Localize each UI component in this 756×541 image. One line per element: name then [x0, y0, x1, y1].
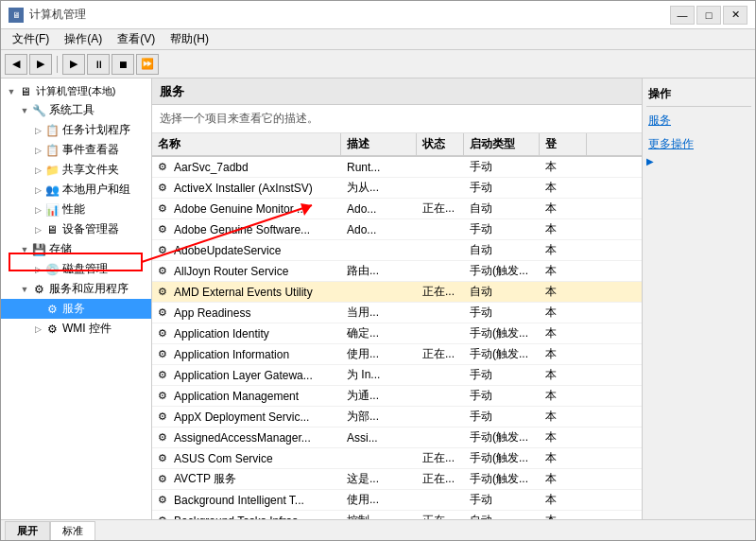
perf-icon: 📊: [44, 203, 60, 217]
sidebar-item-performance[interactable]: ▷ 📊 性能: [1, 200, 151, 219]
toolbar-play[interactable]: ▶: [62, 54, 85, 75]
service-desc: 使用...: [341, 490, 417, 510]
tab-expand[interactable]: 展开: [5, 521, 50, 540]
expand-icon: ▷: [31, 183, 44, 197]
toolbar-forward[interactable]: ▶: [29, 54, 52, 75]
toolbar-pause[interactable]: ⏸: [87, 54, 110, 75]
minimize-button[interactable]: —: [670, 6, 695, 25]
sidebar-item-computer[interactable]: ▼ 🖥 计算机管理(本地): [1, 82, 151, 100]
sidebar-label: 服务: [62, 301, 85, 317]
service-status: [417, 436, 464, 440]
toolbar-stop[interactable]: ⏹: [112, 54, 134, 75]
sidebar-item-storage[interactable]: ▼ 💾 存储: [1, 239, 151, 259]
service-status: [417, 228, 464, 232]
col-header-name[interactable]: 名称: [152, 133, 341, 155]
table-row[interactable]: ⚙AppX Deployment Servic...为部...手动本: [152, 407, 642, 428]
service-name: ⚙Application Management: [152, 388, 341, 405]
expand-icon: ▷: [31, 323, 44, 336]
close-button[interactable]: ✕: [723, 6, 747, 25]
sidebar-item-task-scheduler[interactable]: ▷ 📋 任务计划程序: [1, 120, 151, 140]
service-name-text: AVCTP 服务: [174, 471, 236, 487]
table-row[interactable]: ⚙AVCTP 服务这是...正在...手动(触发...本: [152, 469, 642, 490]
toolbar-back[interactable]: ◀: [5, 54, 27, 75]
service-logon: 本: [540, 219, 587, 239]
table-row[interactable]: ⚙ActiveX Installer (AxInstSV)为从...手动本: [152, 178, 642, 199]
service-logon: 本: [540, 157, 587, 177]
col-header-desc[interactable]: 描述: [341, 133, 417, 155]
sidebar-item-services-apps[interactable]: ▼ ⚙ 服务和应用程序: [1, 279, 151, 299]
service-startup: 自动: [464, 511, 540, 519]
service-startup: 自动: [464, 240, 540, 260]
table-row[interactable]: ⚙Background Intelligent T...使用...手动本: [152, 490, 642, 511]
table-row[interactable]: ⚙Application Layer Gatewa...为 In...手动本: [152, 365, 642, 386]
service-startup: 手动(触发...: [464, 448, 540, 468]
service-name: ⚙AppX Deployment Servic...: [152, 409, 341, 426]
col-header-status[interactable]: 状态: [417, 133, 464, 155]
service-icon: ⚙: [158, 223, 171, 236]
table-row[interactable]: ⚙Application Information使用...正在...手动(触发.…: [152, 344, 642, 365]
table-row[interactable]: ⚙Background Tasks Infras...控制...正在...自动本: [152, 511, 642, 519]
service-name-text: ActiveX Installer (AxInstSV): [174, 182, 313, 195]
col-header-logon[interactable]: 登: [540, 133, 587, 155]
action-more-link[interactable]: 更多操作: [646, 134, 751, 154]
service-status: 正在...: [417, 282, 464, 302]
sidebar-item-wmi[interactable]: ▷ ⚙ WMI 控件: [1, 319, 151, 339]
service-icon: ⚙: [158, 286, 171, 299]
service-icon: ⚙: [158, 473, 171, 486]
service-name-text: Background Intelligent T...: [174, 494, 304, 507]
service-name-text: AssignedAccessManager...: [174, 431, 311, 445]
expand-icon: ▷: [31, 144, 44, 157]
tab-standard[interactable]: 标准: [50, 521, 95, 540]
table-row[interactable]: ⚙Application Identity确定...手动(触发...本: [152, 323, 642, 344]
menu-help[interactable]: 帮助(H): [163, 29, 216, 49]
expand-icon: ▷: [31, 203, 44, 217]
table-row[interactable]: ⚙Adobe Genuine Monitor ...Ado...正在...自动本: [152, 199, 642, 219]
table-row[interactable]: ⚙AdobeUpdateService自动本: [152, 240, 642, 261]
disk-icon: 💿: [44, 263, 60, 276]
service-status: [417, 311, 464, 315]
sidebar-item-shared-folders[interactable]: ▷ 📁 共享文件夹: [1, 160, 151, 180]
menu-action[interactable]: 操作(A): [57, 29, 110, 49]
sidebar-item-local-users[interactable]: ▷ 👥 本地用户和组: [1, 180, 151, 200]
action-services-link[interactable]: 服务: [646, 111, 751, 131]
table-row[interactable]: ⚙AllJoyn Router Service路由...手动(触发...本: [152, 261, 642, 282]
service-status: [417, 249, 464, 253]
sidebar-label: 服务和应用程序: [49, 281, 129, 297]
service-startup: 手动: [464, 365, 540, 385]
table-row[interactable]: ⚙ASUS Com Service正在...手动(触发...本: [152, 448, 642, 469]
menu-view[interactable]: 查看(V): [110, 29, 163, 49]
service-startup: 手动: [464, 386, 540, 406]
sidebar-item-disk-management[interactable]: ▷ 💿 磁盘管理: [1, 259, 151, 279]
sidebar-item-event-viewer[interactable]: ▷ 📋 事件查看器: [1, 140, 151, 160]
table-row[interactable]: ⚙AarSvc_7adbdRunt...手动本: [152, 157, 642, 178]
maximize-button[interactable]: □: [696, 6, 721, 25]
sidebar-item-services[interactable]: ⚙ 服务: [1, 299, 151, 319]
col-header-startup[interactable]: 启动类型: [464, 133, 540, 155]
services-table[interactable]: 名称 描述 状态 启动类型 登 ⚙AarSvc_7adbdRunt...手动本⚙…: [152, 133, 642, 519]
menu-file[interactable]: 文件(F): [5, 29, 57, 49]
toolbar-skip[interactable]: ⏩: [136, 54, 159, 75]
sidebar-item-system-tools[interactable]: ▼ 🔧 系统工具: [1, 100, 151, 120]
service-logon: 本: [540, 261, 587, 281]
service-logon: 本: [540, 511, 587, 519]
service-icon: ⚙: [158, 348, 171, 361]
table-row[interactable]: ⚙Adobe Genuine Software...Ado...手动本: [152, 219, 642, 240]
service-desc: 这是...: [341, 469, 417, 489]
table-row[interactable]: ⚙AMD External Events Utility正在...自动本: [152, 282, 642, 303]
service-name: ⚙AssignedAccessManager...: [152, 429, 341, 446]
table-row[interactable]: ⚙Application Management为通...手动本: [152, 386, 642, 407]
service-name: ⚙AarSvc_7adbd: [152, 159, 341, 176]
service-desc: Assi...: [341, 429, 417, 446]
table-row[interactable]: ⚙App Readiness当用...手动本: [152, 303, 642, 323]
sidebar-item-device-manager[interactable]: ▷ 🖥 设备管理器: [1, 219, 151, 239]
service-icon: ⚙: [158, 390, 171, 403]
service-name-text: AarSvc_7adbd: [174, 161, 249, 174]
sidebar-label: 磁盘管理: [62, 261, 108, 277]
service-name: ⚙Background Intelligent T...: [152, 492, 341, 509]
actions-header: 操作: [646, 82, 751, 107]
service-status: [417, 498, 464, 502]
service-logon: 本: [540, 428, 587, 447]
app-icon: 🖥: [9, 8, 24, 23]
table-row[interactable]: ⚙AssignedAccessManager...Assi...手动(触发...…: [152, 428, 642, 448]
service-name-text: Application Management: [174, 390, 299, 403]
